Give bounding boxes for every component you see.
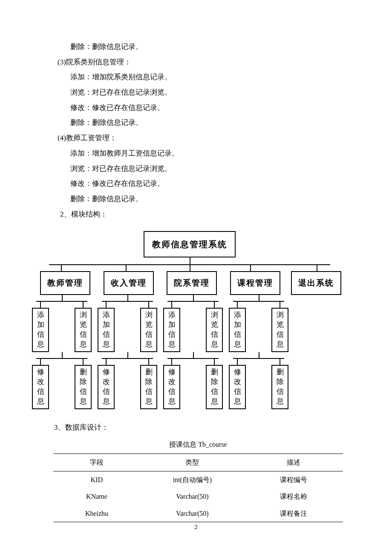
diagram-leaf: 修改信息	[229, 365, 246, 409]
text-line: 添加：增加教师月工资信息记录。	[70, 146, 347, 161]
table-header-row: 字段 类型 描述	[53, 454, 343, 471]
text-line: 删除：删除信息记录。	[70, 115, 347, 130]
table-cell: Varchar(50)	[140, 505, 245, 522]
diagram-module: 课程管理	[230, 271, 280, 295]
text-line: 修改：修改已存在信息记录。	[70, 176, 347, 191]
table-header: 类型	[140, 454, 245, 471]
diagram-leaf: 修改信息	[32, 365, 49, 409]
table-cell: 课程编号	[245, 471, 343, 488]
list-item: (4)教师工资管理：	[58, 130, 347, 146]
page-number: 2	[0, 523, 392, 531]
diagram-module: 院系管理	[167, 271, 217, 295]
diagram-leaf: 浏览信息	[271, 308, 288, 352]
diagram-leaf: 添加信息	[163, 308, 180, 352]
diagram-leaf: 添加信息	[98, 308, 115, 352]
table-cell: KID	[53, 471, 140, 488]
table-cell: Kbeizhu	[53, 505, 140, 522]
text-line: 浏览：对已存在信息记录浏览。	[70, 85, 347, 100]
diagram-leaves: 添加信息浏览信息修改信息删除信息 添加信息浏览信息修改信息删除信息 添加信息浏览…	[32, 295, 343, 409]
diagram-leaf: 删除信息	[75, 365, 92, 409]
diagram-leaf: 删除信息	[206, 365, 223, 409]
diagram-module: 教师管理	[40, 271, 90, 295]
table-cell: Varchar(50)	[140, 488, 245, 505]
table-cell: 课程备注	[245, 505, 343, 522]
diagram-leaf: 添加信息	[229, 308, 246, 352]
diagram-leaf: 浏览信息	[206, 308, 223, 352]
tb-course-table: 字段 类型 描述 KID int(自动编号) 课程编号 KName Varcha…	[53, 454, 343, 522]
text-line: 删除：删除信息记录。	[70, 39, 347, 55]
text-line: 浏览：对已存在信息记录浏览。	[70, 161, 347, 176]
diagram-module: 退出系统	[291, 271, 341, 295]
diagram-root: 教师信息管理系统	[144, 231, 236, 257]
diagram-leaf: 添加信息	[32, 308, 49, 352]
table-title: 授课信息 Tb_course	[49, 437, 347, 452]
list-item: (3)院系类别信息管理：	[58, 55, 347, 70]
diagram-module: 收入管理	[104, 271, 154, 295]
table-row: KName Varchar(50) 课程名称	[53, 488, 343, 505]
table-row: KID int(自动编号) 课程编号	[53, 471, 343, 488]
table-header: 字段	[53, 454, 140, 471]
module-structure-diagram: 教师信息管理系统 教师管理 收入管理 院系管理 课程管理 退出系统 添加信息浏览…	[36, 231, 343, 409]
table-row: Kbeizhu Varchar(50) 课程备注	[53, 505, 343, 522]
document-body: 删除：删除信息记录。 (3)院系类别信息管理： 添加：增加院系类别信息记录。 浏…	[49, 39, 347, 522]
table-cell: KName	[53, 488, 140, 505]
diagram-leaf: 修改信息	[163, 365, 180, 409]
table-cell: 课程名称	[245, 488, 343, 505]
table-header: 描述	[245, 454, 343, 471]
section-heading: 2、模块结构：	[60, 207, 347, 222]
diagram-leaf: 修改信息	[98, 365, 115, 409]
text-line: 添加：增加院系类别信息记录。	[70, 69, 347, 85]
section-heading: 3、数据库设计：	[54, 420, 347, 435]
text-line: 修改：修改已存在信息记录。	[70, 100, 347, 116]
diagram-leaf: 浏览信息	[75, 308, 92, 352]
table-cell: int(自动编号)	[140, 471, 245, 488]
diagram-leaf: 浏览信息	[140, 308, 157, 352]
diagram-leaf: 删除信息	[271, 365, 288, 409]
diagram-leaf: 删除信息	[140, 365, 157, 409]
text-line: 删除：删除信息记录。	[70, 191, 347, 207]
